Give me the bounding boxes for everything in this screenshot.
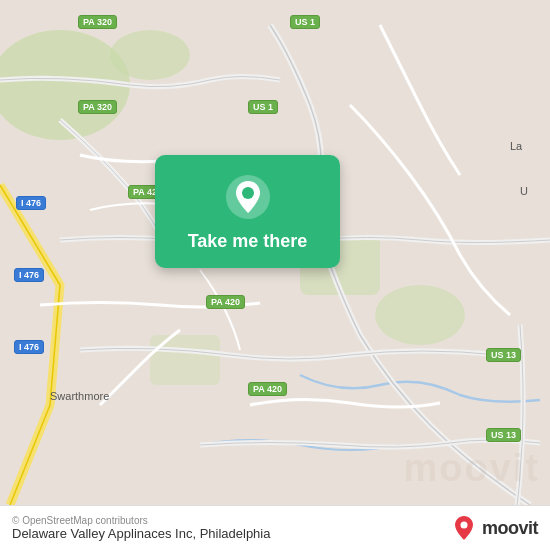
map-background — [0, 0, 550, 550]
road-label-i476-top: I 476 — [16, 196, 46, 210]
moovit-icon — [450, 514, 478, 542]
take-me-button[interactable]: Take me there — [155, 155, 340, 268]
road-label-us1-mid: US 1 — [248, 100, 278, 114]
road-label-us13-top: US 13 — [486, 348, 521, 362]
road-label-pa320-top: PA 320 — [78, 15, 117, 29]
road-label-i476-mid: I 476 — [14, 268, 44, 282]
svg-rect-5 — [150, 335, 220, 385]
road-label-us1-top: US 1 — [290, 15, 320, 29]
svg-point-2 — [110, 30, 190, 80]
road-label-i476-bot: I 476 — [14, 340, 44, 354]
svg-point-8 — [460, 522, 467, 529]
label-la: La — [510, 140, 522, 152]
take-me-label: Take me there — [188, 231, 308, 252]
road-label-pa320-mid: PA 320 — [78, 100, 117, 114]
svg-point-4 — [375, 285, 465, 345]
road-label-pa420-lower: PA 420 — [206, 295, 245, 309]
road-label-pa420-bot: PA 420 — [248, 382, 287, 396]
copyright-text: © OpenStreetMap contributors — [12, 515, 270, 526]
road-label-us13-bot: US 13 — [486, 428, 521, 442]
moovit-logo: moovit — [450, 514, 538, 542]
location-pin-icon — [224, 173, 272, 221]
label-swarthmore: Swarthmore — [50, 390, 109, 402]
label-u: U — [520, 185, 528, 197]
bottom-bar: © OpenStreetMap contributors Delaware Va… — [0, 505, 550, 550]
svg-point-7 — [242, 187, 254, 199]
bottom-info: © OpenStreetMap contributors Delaware Va… — [12, 515, 270, 541]
moovit-wordmark: moovit — [482, 518, 538, 539]
map-container: PA 320 US 1 US 1 PA 320 PA 420 I 476 I 4… — [0, 0, 550, 550]
location-text: Delaware Valley Applinaces Inc, Philadel… — [12, 526, 270, 541]
